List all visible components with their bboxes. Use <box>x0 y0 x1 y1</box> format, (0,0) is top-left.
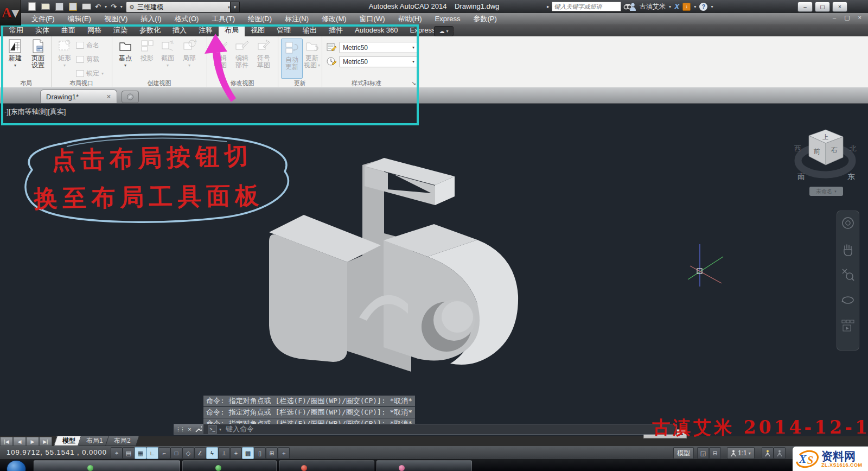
app-menu-button[interactable]: A▾ <box>0 0 21 26</box>
workspace-switcher[interactable]: ⚙ 三维建模 ▾ <box>126 2 233 12</box>
transparency-toggle[interactable]: ▩ <box>242 447 254 459</box>
undo-icon[interactable]: ↶ <box>95 3 101 11</box>
tab-plugins[interactable]: 插件 <box>323 24 349 36</box>
plot-icon[interactable] <box>81 2 91 11</box>
menu-insert[interactable]: 插入(I) <box>134 13 168 24</box>
menu-dimension[interactable]: 标注(N) <box>278 13 315 24</box>
tab-home[interactable]: 常用 <box>3 24 29 36</box>
update-view-button[interactable]: 更新 视图▾ <box>303 39 321 69</box>
menu-express[interactable]: Express <box>429 13 467 24</box>
undo-dropdown-icon[interactable]: ▾ <box>105 4 107 9</box>
minimize-button[interactable]: – <box>797 2 813 12</box>
menu-window[interactable]: 窗口(W) <box>353 13 392 24</box>
chevron-down-icon[interactable]: ▾ <box>219 427 221 432</box>
quick-view-drawings-icon[interactable]: ⊟ <box>709 447 721 459</box>
pan-hand-icon[interactable] <box>841 243 854 257</box>
save-as-icon[interactable] <box>68 2 78 11</box>
projected-view-button[interactable]: 投影 <box>137 39 157 62</box>
prev-tab-icon[interactable]: ◀ <box>13 437 26 446</box>
symbol-sketch-button[interactable]: 符号 草图 <box>254 39 273 69</box>
open-file-icon[interactable] <box>41 2 50 11</box>
named-viewport-button[interactable]: 命名 <box>76 41 99 50</box>
object-tracking-toggle[interactable]: ∠ <box>194 447 206 459</box>
annotation-scale-button[interactable]: 1:1▾ <box>727 447 755 459</box>
3d-osnap-toggle[interactable]: ◇ <box>182 447 194 459</box>
qat-customize-button[interactable]: ▾ <box>230 2 240 12</box>
quick-view-layouts-icon[interactable]: ◲ <box>697 447 709 459</box>
close-command-icon[interactable]: × <box>188 426 191 432</box>
new-drawing-tab-button[interactable] <box>122 91 139 103</box>
tab-render[interactable]: 渲染 <box>107 24 133 36</box>
annotation-visibility-toggle[interactable] <box>762 447 774 459</box>
dynamic-input-toggle[interactable]: ⊥ <box>218 447 230 459</box>
tab-manage[interactable]: 管理 <box>271 24 297 36</box>
next-tab-icon[interactable]: ▶ <box>26 437 39 446</box>
viewcube-ucs-dropdown[interactable]: 未命名▾ <box>809 187 843 196</box>
search-input[interactable] <box>552 2 621 11</box>
selection-cycling-toggle[interactable]: ⊞ <box>266 447 278 459</box>
zoom-extents-icon[interactable] <box>841 268 855 282</box>
lock-viewport-button[interactable]: 锁定▾ <box>76 69 104 78</box>
menu-edit[interactable]: 编辑(E) <box>61 13 98 24</box>
first-tab-icon[interactable]: |◀ <box>0 437 13 446</box>
autoscale-toggle[interactable] <box>774 447 786 459</box>
help-icon[interactable]: ? <box>699 3 707 11</box>
osnap-toggle[interactable]: □ <box>170 447 182 459</box>
menu-draw[interactable]: 绘图(D) <box>241 13 278 24</box>
rectangular-viewport-button[interactable]: 矩形 ▾ <box>55 39 74 69</box>
dynamic-ucs-toggle[interactable]: ϟ <box>206 447 218 459</box>
tab-output[interactable]: 输出 <box>297 24 323 36</box>
close-tab-icon[interactable]: ✕ <box>106 93 111 100</box>
polar-tracking-toggle[interactable]: ⌐ <box>158 447 170 459</box>
chevron-down-icon[interactable]: ▾ <box>669 4 671 9</box>
signed-in-user[interactable]: 古滇艾米 <box>640 2 666 11</box>
menu-view[interactable]: 视图(V) <box>98 13 134 24</box>
grid-display-toggle[interactable]: ▦ <box>135 447 146 459</box>
taskbar-item[interactable] <box>279 460 374 471</box>
document-window-controls[interactable]: – ▢ × <box>833 14 865 21</box>
auto-update-toggle[interactable]: 自动 更新 <box>281 39 303 79</box>
chevron-down-icon[interactable]: ▾ <box>694 4 696 9</box>
new-layout-button[interactable]: 新建 ▾ <box>4 39 26 69</box>
taskbar-item[interactable] <box>376 460 472 471</box>
ortho-toggle[interactable]: ∟ <box>146 447 158 459</box>
tab-parametric[interactable]: 参数化 <box>133 24 167 36</box>
menu-format[interactable]: 格式(O) <box>168 13 206 24</box>
tab-solid[interactable]: 实体 <box>29 24 55 36</box>
command-input[interactable]: 键入命令 <box>226 424 254 434</box>
snap-toggle[interactable]: ⌖ <box>111 447 123 459</box>
showmotion-icon[interactable] <box>841 319 855 333</box>
page-setup-button[interactable]: 页面 设置 <box>27 39 49 69</box>
grid-snap-toggle[interactable]: ▤ <box>123 447 135 459</box>
menu-parametric[interactable]: 参数(P) <box>467 13 503 24</box>
model-space-button[interactable]: 模型 <box>673 447 694 459</box>
detail-view-button[interactable]: A 局部 ▾ <box>179 39 200 69</box>
tab-view[interactable]: 视图 <box>245 24 271 36</box>
start-button[interactable] <box>7 460 26 471</box>
tab-mesh[interactable]: 网格 <box>81 24 107 36</box>
orbit-icon[interactable] <box>841 294 855 307</box>
drawing-file-tab[interactable]: Drawing1* ✕ <box>40 90 117 103</box>
save-icon[interactable] <box>54 2 64 11</box>
dim-style-dropdown[interactable]: Metric50▾ <box>340 42 418 53</box>
menu-modify[interactable]: 修改(M) <box>315 13 353 24</box>
panel-launcher-icon[interactable]: ↘ <box>411 79 416 87</box>
taskbar-item[interactable] <box>182 460 277 471</box>
new-file-icon[interactable] <box>27 2 37 11</box>
menu-file[interactable]: 文件(F) <box>25 13 61 24</box>
redo-icon[interactable]: ↷ <box>111 3 117 11</box>
tab-insert[interactable]: 插入 <box>167 24 193 36</box>
tab-autodesk360[interactable]: Autodesk 360 <box>349 24 404 36</box>
command-input-bar[interactable]: ⋮⋮ × >_ ▾ 键入命令 <box>174 424 677 435</box>
close-button[interactable]: × <box>832 2 847 12</box>
view-style-dropdown[interactable]: Metric50▾ <box>340 56 418 67</box>
navigation-wheel-icon[interactable] <box>841 217 854 230</box>
chevron-down-icon[interactable]: ▾ <box>711 4 713 9</box>
infer-constraints-toggle[interactable]: ＋ <box>278 447 290 459</box>
redo-dropdown-icon[interactable]: ▾ <box>120 4 123 9</box>
viewcube[interactable]: 西 北 南 东 上 前 右 <box>791 128 861 193</box>
last-tab-icon[interactable]: ▶| <box>39 437 52 446</box>
clip-viewport-button[interactable]: 剪裁 <box>76 55 99 64</box>
wrench-icon[interactable] <box>195 426 202 433</box>
exchange-apps-icon[interactable]: X <box>674 2 679 11</box>
